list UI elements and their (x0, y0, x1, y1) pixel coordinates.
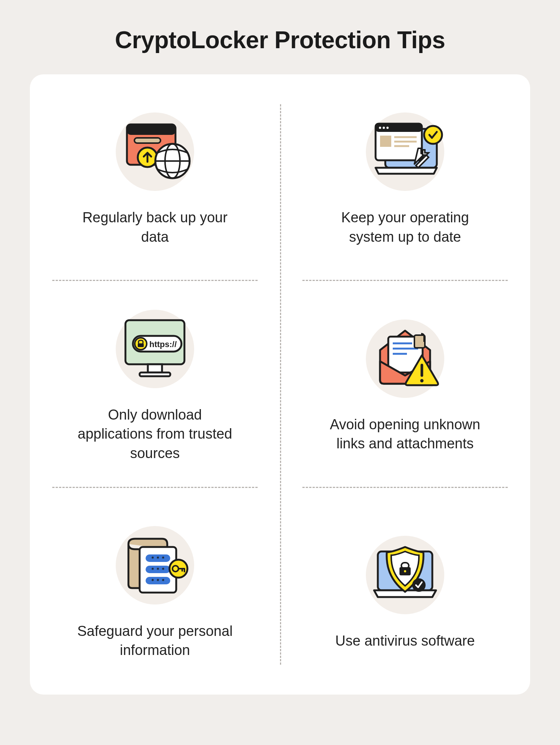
tip-caption: Keep your operating system up to date (327, 208, 483, 247)
safeguard-info-icon: ＊＊＊ ＊＊＊ ＊＊＊ (112, 522, 198, 608)
svg-text:＊＊＊: ＊＊＊ (150, 555, 166, 561)
tip-caption: Only download applications from trusted … (77, 405, 233, 463)
tip-backup: Regularly back up your data (30, 74, 280, 281)
email-warning-icon (362, 316, 448, 402)
svg-rect-3 (134, 138, 161, 143)
tip-caption: Regularly back up your data (77, 208, 233, 247)
tip-caption: Safeguard your personal information (77, 622, 233, 660)
svg-point-32 (383, 127, 385, 129)
svg-text:https://: https:// (149, 340, 177, 349)
tip-trusted-source: https:// Only download applications from… (30, 281, 280, 488)
system-update-icon (362, 109, 448, 195)
svg-rect-34 (380, 136, 391, 147)
svg-rect-30 (376, 124, 422, 132)
tip-os-update: Keep your operating system up to date (280, 74, 530, 281)
tips-card: Regularly back up your data https:// Onl… (30, 74, 530, 695)
left-column: Regularly back up your data https:// Onl… (30, 74, 280, 695)
right-column: Keep your operating system up to date (280, 74, 530, 695)
svg-rect-15 (138, 343, 144, 347)
svg-rect-11 (140, 372, 170, 376)
tip-caption: Use antivirus software (335, 631, 475, 650)
page-title: CryptoLocker Protection Tips (30, 26, 530, 54)
svg-rect-10 (148, 364, 162, 372)
svg-point-33 (386, 127, 389, 129)
svg-point-53 (404, 570, 406, 572)
tip-email-warning: Avoid opening unknown links and attachme… (280, 281, 530, 488)
svg-point-31 (379, 127, 381, 129)
backup-upload-icon (112, 109, 198, 195)
tip-caption: Avoid opening unknown links and attachme… (327, 415, 483, 454)
tip-antivirus: Use antivirus software (280, 488, 530, 695)
svg-text:＊＊＊: ＊＊＊ (150, 578, 166, 584)
tip-safeguard: ＊＊＊ ＊＊＊ ＊＊＊ Safeguard your personal info… (30, 488, 280, 695)
svg-rect-46 (414, 335, 425, 348)
svg-rect-2 (127, 124, 175, 135)
svg-point-48 (420, 379, 424, 382)
svg-text:＊＊＊: ＊＊＊ (150, 566, 166, 572)
trusted-source-icon: https:// (112, 306, 198, 392)
antivirus-icon (362, 532, 448, 618)
svg-point-40 (424, 126, 442, 144)
